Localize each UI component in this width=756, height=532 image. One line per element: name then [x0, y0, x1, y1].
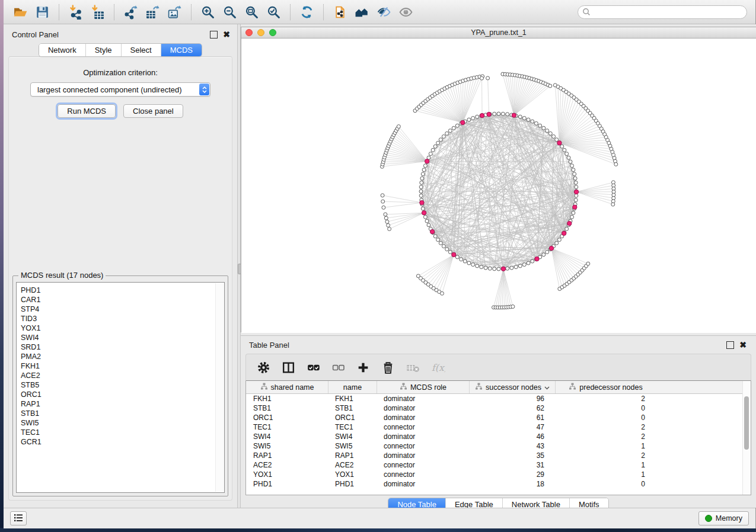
optimization-criterion-select[interactable]: largest connected component (undirected) [30, 82, 210, 97]
zoom-in-icon[interactable] [197, 3, 219, 21]
mcds-result-groupbox: MCDS result (17 nodes) PHD1CAR1STP4TID3Y… [12, 275, 228, 496]
zoom-fit-icon[interactable] [241, 3, 263, 21]
mcds-result-item[interactable]: STB5 [21, 380, 224, 390]
mcds-result-item[interactable]: YOX1 [21, 323, 224, 333]
close-table-panel-icon[interactable]: ✖ [739, 342, 747, 348]
table-row[interactable]: STB1STB1dominator620 [246, 403, 751, 413]
table-cell: 1 [555, 470, 656, 479]
mcds-result-item[interactable]: PMA2 [21, 352, 224, 361]
table-scrollbar-thumb[interactable] [744, 396, 749, 450]
table-cell: 0 [555, 404, 656, 412]
toolbar-separator [323, 4, 324, 20]
tab-style[interactable]: Style [86, 44, 122, 56]
zoom-out-icon[interactable] [219, 3, 241, 21]
table-body: FKH1FKH1dominator962STB1STB1dominator620… [246, 394, 751, 489]
table-row[interactable]: SWI4SWI4dominator462 [246, 432, 751, 441]
table-cell: TEC1 [246, 423, 328, 431]
eye-slash-icon[interactable] [373, 3, 395, 21]
table-cell: dominator [377, 432, 469, 441]
refresh-icon[interactable] [296, 3, 318, 21]
table-cell: 0 [555, 480, 656, 488]
tab-select[interactable]: Select [122, 44, 161, 56]
task-list-button[interactable] [10, 511, 27, 525]
float-panel-icon[interactable] [210, 31, 218, 39]
plus-icon[interactable] [352, 357, 374, 377]
right-column: YPA_prune.txt_1 Table Panel [241, 24, 756, 508]
vertical-splitter[interactable] [237, 24, 241, 508]
trash-icon[interactable] [377, 357, 399, 377]
column-header-name[interactable]: name [328, 381, 377, 393]
search-input[interactable] [578, 5, 747, 19]
table-cell: FKH1 [328, 395, 377, 403]
column-header-shared-name[interactable]: shared name [246, 381, 328, 393]
mcds-result-item[interactable]: STP4 [21, 305, 224, 314]
mcds-result-item[interactable]: ORC1 [21, 390, 224, 399]
mcds-result-item[interactable]: STB1 [21, 409, 224, 418]
tab-network[interactable]: Network [39, 44, 86, 56]
table-cell: dominator [377, 414, 469, 422]
mcds-result-item[interactable]: SRD1 [21, 342, 224, 352]
folder-open-icon[interactable] [9, 3, 31, 21]
mcds-result-item[interactable]: TEC1 [21, 428, 224, 437]
deselect-all-icon[interactable] [327, 357, 349, 377]
houses-icon[interactable] [351, 3, 373, 21]
mcds-result-item[interactable]: SWI4 [21, 333, 224, 342]
table-row[interactable]: PHD1PHD1dominator180 [246, 479, 751, 489]
mcds-result-item[interactable]: SWI5 [21, 418, 224, 428]
table-row[interactable]: RAP1RAP1dominator352 [246, 451, 751, 460]
table-row[interactable]: FKH1FKH1dominator962 [246, 394, 751, 403]
table-cell: 2 [555, 423, 656, 431]
table-row[interactable]: SWI5SWI5connector431 [246, 441, 751, 451]
memory-button[interactable]: Memory [698, 511, 749, 525]
column-header-predecessor-nodes[interactable]: predecessor nodes [555, 381, 656, 393]
export-network-icon[interactable] [120, 3, 142, 21]
export-image-icon[interactable] [164, 3, 186, 21]
toolbar-separator [59, 4, 59, 20]
table-cell: 2 [555, 432, 656, 441]
desktop-wallpaper-bottom [0, 528, 756, 532]
eye-icon[interactable] [395, 3, 417, 21]
zoom-selected-icon[interactable] [263, 3, 285, 21]
mcds-result-item[interactable]: RAP1 [21, 399, 224, 409]
table-cell: 35 [469, 451, 555, 460]
mcds-result-item[interactable]: PHD1 [21, 286, 224, 295]
mcds-result-item[interactable]: ACE2 [21, 371, 224, 380]
mcds-result-item[interactable]: GCR1 [21, 437, 224, 447]
float-table-panel-icon[interactable] [726, 341, 734, 349]
document-share-icon[interactable] [329, 3, 351, 21]
export-table-icon[interactable] [142, 3, 164, 21]
close-panel-icon[interactable]: ✖ [223, 31, 230, 38]
mcds-result-item[interactable]: CAR1 [21, 295, 224, 305]
table-delete-icon[interactable] [401, 357, 424, 377]
table-cell: dominator [377, 451, 469, 460]
table-row[interactable]: ACE2ACE2connector311 [246, 460, 751, 470]
list-scrollbar[interactable] [215, 283, 224, 492]
table-cell: 29 [469, 470, 555, 479]
network-canvas[interactable] [241, 39, 756, 332]
search-box [578, 5, 747, 19]
import-table-icon[interactable] [87, 3, 109, 21]
table-cell: 31 [469, 461, 555, 469]
table-scrollbar[interactable] [742, 381, 751, 495]
save-icon[interactable] [31, 3, 53, 21]
table-row[interactable]: YOX1YOX1connector291 [246, 470, 751, 479]
table-panel: Table Panel ✖ f(x) shared namenameMCDS r… [241, 335, 756, 508]
column-header-MCDS-role[interactable]: MCDS role [377, 381, 469, 393]
table-cell: 43 [469, 442, 555, 450]
table-row[interactable]: TEC1TEC1connector472 [246, 422, 751, 432]
table-cell: ACE2 [328, 461, 377, 469]
run-mcds-button[interactable]: Run MCDS [58, 104, 116, 118]
tab-mcds[interactable]: MCDS [161, 44, 202, 56]
column-header-successor-nodes[interactable]: successor nodes [469, 381, 555, 393]
close-panel-button[interactable]: Close panel [123, 104, 183, 118]
import-network-icon[interactable] [65, 3, 87, 21]
table-row[interactable]: ORC1ORC1dominator610 [246, 413, 751, 422]
tree-icon [569, 383, 576, 392]
mcds-result-item[interactable]: TID3 [21, 314, 224, 323]
mcds-result-item[interactable]: FKH1 [21, 361, 224, 371]
control-panel-header: Control Panel ✖ [4, 24, 237, 41]
select-all-icon[interactable] [302, 357, 324, 377]
function-icon[interactable]: f(x) [426, 357, 449, 377]
gear-icon[interactable] [252, 357, 275, 377]
split-columns-icon[interactable] [277, 357, 299, 377]
